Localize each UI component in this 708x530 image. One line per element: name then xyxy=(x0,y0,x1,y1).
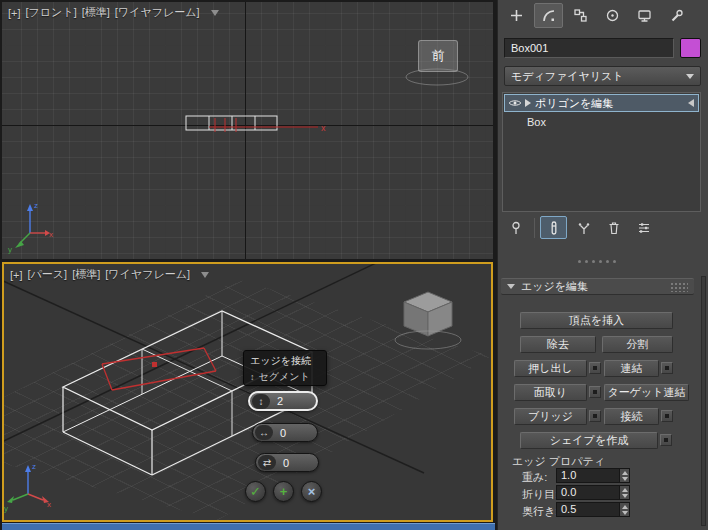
modifier-list-dropdown[interactable]: モディファイヤリスト xyxy=(504,66,701,86)
stack-item-label: Box xyxy=(527,116,546,128)
depth-spinner[interactable]: 0.5 xyxy=(556,502,630,517)
viewport-front-label: [+] [フロント] [標準] [ワイヤフレーム] xyxy=(8,5,219,20)
collapse-arrow-icon xyxy=(507,284,515,289)
weight-label: 重み: xyxy=(522,470,547,485)
viewport-label-arrow-icon xyxy=(201,272,209,278)
crease-label: 折り目: xyxy=(522,487,558,502)
crease-spinner[interactable]: 0.0 xyxy=(556,485,630,500)
stack-item-edit-poly[interactable]: ポリゴンを編集 xyxy=(504,94,699,112)
depth-label: 奥行き: xyxy=(522,504,558,519)
chevron-down-icon xyxy=(686,74,694,79)
caddy-cancel-button[interactable]: × xyxy=(301,481,322,502)
remove-modifier-button[interactable] xyxy=(600,216,627,239)
plus-icon: + xyxy=(280,484,288,499)
visibility-eye-icon[interactable] xyxy=(508,98,522,108)
viewport-label-arrow-icon xyxy=(211,10,219,16)
close-icon: × xyxy=(308,484,316,499)
rollout-edit-edges-header[interactable]: エッジを編集 xyxy=(501,278,694,295)
svg-text:y: y xyxy=(4,504,8,513)
target-weld-button[interactable]: ターゲット連結 xyxy=(604,384,689,401)
stack-item-box[interactable]: Box xyxy=(503,113,700,131)
tab-create[interactable] xyxy=(502,3,531,28)
show-end-result-button[interactable] xyxy=(540,216,567,239)
toolbar-separator xyxy=(534,218,535,238)
tab-motion[interactable] xyxy=(598,3,627,28)
tab-utilities[interactable] xyxy=(662,3,691,28)
panel-scrollbar[interactable] xyxy=(701,276,706,526)
rollout-title: エッジを編集 xyxy=(521,279,588,294)
viewport-menu-perstyle[interactable]: [標準] xyxy=(72,267,100,282)
make-unique-button[interactable] xyxy=(570,216,597,239)
insert-vertex-button[interactable]: 頂点を挿入 xyxy=(520,312,673,329)
tab-modify[interactable] xyxy=(534,3,563,28)
weld-settings-button[interactable] xyxy=(661,362,673,374)
caddy-ok-button[interactable]: ✓ xyxy=(245,481,266,502)
viewport-perspective[interactable]: z x y [+] [パース] [標準] [ワイヤフレーム] エッジを接続 ↕ … xyxy=(2,262,493,522)
viewport-menu-general[interactable]: [+] xyxy=(10,269,23,281)
display-monitor-icon xyxy=(637,8,652,23)
viewport-front[interactable]: x z x y [+] [フロント] [標準] [ワイヤフレーム] 前 xyxy=(2,2,493,259)
tab-hierarchy[interactable] xyxy=(566,3,595,28)
connect-button[interactable]: 接続 xyxy=(604,408,659,425)
stack-marker-icon xyxy=(688,99,694,107)
perspective-wireframe-canvas: z x y xyxy=(4,264,491,520)
hierarchy-icon xyxy=(573,8,588,23)
panel-splitter[interactable] xyxy=(498,260,696,263)
command-panel: Box001 モディファイヤリスト ポリゴンを編集 Box xyxy=(497,0,708,530)
stack-item-label: ポリゴンを編集 xyxy=(535,96,613,111)
caddy-apply-button[interactable]: + xyxy=(273,481,294,502)
object-color-swatch[interactable] xyxy=(680,38,701,58)
weight-field[interactable]: 1.0 xyxy=(556,468,620,483)
object-name-field[interactable]: Box001 xyxy=(504,38,674,58)
extrude-settings-button[interactable] xyxy=(589,362,601,374)
depth-field[interactable]: 0.5 xyxy=(556,502,620,517)
configure-sliders-icon xyxy=(636,220,652,236)
trash-icon xyxy=(606,220,622,236)
weight-spinner[interactable]: 1.0 xyxy=(556,468,630,483)
modifier-stack-toolbar xyxy=(502,216,657,239)
caddy-hover-item-label: セグメント xyxy=(259,370,310,384)
viewport-menu-shading[interactable]: [ワイヤフレーム] xyxy=(105,267,190,282)
viewcube-front[interactable]: 前 xyxy=(418,40,458,72)
connect-settings-button[interactable] xyxy=(661,410,673,422)
make-unique-icon xyxy=(576,220,592,236)
create-shape-settings-button[interactable] xyxy=(660,434,672,446)
caddy-segments-spinner[interactable]: ↕ 2 xyxy=(248,391,318,411)
track-bar[interactable] xyxy=(2,523,495,530)
segments-spinner-icon: ↕ xyxy=(250,372,255,382)
show-end-result-icon xyxy=(546,220,562,236)
svg-text:x: x xyxy=(321,123,326,133)
svg-text:x: x xyxy=(47,500,51,509)
viewport-perspective-label: [+] [パース] [標準] [ワイヤフレーム] xyxy=(10,267,209,282)
slide-value: 0 xyxy=(283,457,289,469)
pin-icon xyxy=(508,220,524,236)
split-button[interactable]: 分割 xyxy=(602,336,673,353)
weld-button[interactable]: 連結 xyxy=(604,360,659,377)
viewport-menu-general[interactable]: [+] xyxy=(8,7,21,19)
tab-display[interactable] xyxy=(630,3,659,28)
3ds-max-window: x z x y [+] [フロント] [標準] [ワイヤフレーム] 前 xyxy=(0,0,708,530)
modifier-list-label: モディファイヤリスト xyxy=(511,69,624,84)
crease-field[interactable]: 0.0 xyxy=(556,485,620,500)
caddy-pinch-spinner[interactable]: ↔ 0 xyxy=(252,423,318,442)
svg-text:z: z xyxy=(32,462,36,471)
chamfer-settings-button[interactable] xyxy=(589,386,601,398)
create-shape-button[interactable]: シェイプを作成 xyxy=(520,432,658,449)
viewport-menu-perstyle[interactable]: [標準] xyxy=(82,5,110,20)
bridge-settings-button[interactable] xyxy=(589,410,601,422)
pin-stack-button[interactable] xyxy=(502,216,529,239)
check-icon: ✓ xyxy=(250,484,261,499)
configure-modifier-sets-button[interactable] xyxy=(630,216,657,239)
viewport-menu-pov[interactable]: [フロント] xyxy=(26,5,77,20)
viewport-menu-pov[interactable]: [パース] xyxy=(28,267,68,282)
spinner-arrows-icon[interactable] xyxy=(620,485,630,500)
spinner-arrows-icon[interactable] xyxy=(620,468,630,483)
chamfer-button[interactable]: 面取り xyxy=(514,384,587,401)
spinner-arrows-icon[interactable] xyxy=(620,502,630,517)
caddy-slide-spinner[interactable]: ⇄ 0 xyxy=(255,453,319,472)
extrude-button[interactable]: 押し出し xyxy=(514,360,587,377)
expand-arrow-icon[interactable] xyxy=(525,99,531,107)
remove-button[interactable]: 除去 xyxy=(520,336,596,353)
bridge-button[interactable]: ブリッジ xyxy=(514,408,587,425)
viewport-menu-shading[interactable]: [ワイヤフレーム] xyxy=(115,5,200,20)
